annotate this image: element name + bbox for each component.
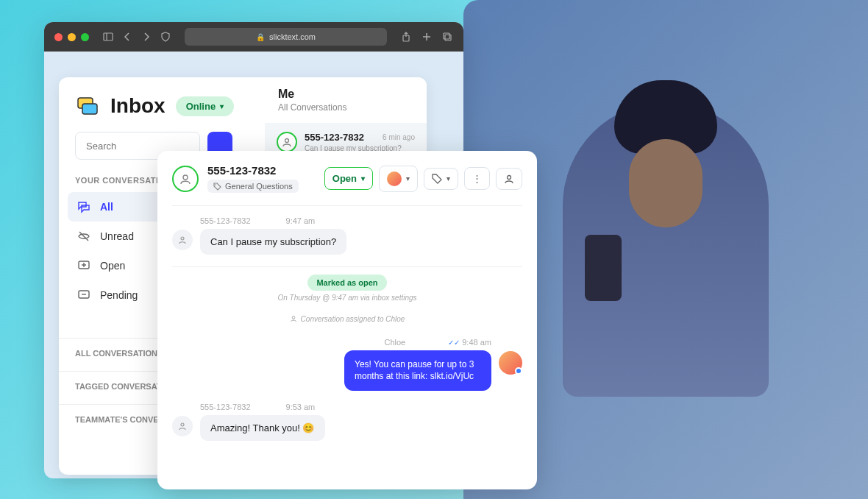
svg-rect-4 <box>445 35 451 40</box>
tag-icon <box>432 174 442 184</box>
traffic-lights <box>54 33 89 41</box>
more-vertical-icon: ⋮ <box>472 173 482 184</box>
forward-icon[interactable] <box>140 31 152 43</box>
tabs-icon[interactable] <box>441 31 453 43</box>
outgoing-message: Chloe ✓✓ 9:48 am Yes! You can pause for … <box>172 338 522 392</box>
new-tab-icon[interactable] <box>421 31 433 43</box>
inbox-logo-icon <box>75 93 100 118</box>
status-dot-icon <box>515 367 522 375</box>
status-event: Marked as open <box>172 275 522 291</box>
msg-time: 9:47 am <box>286 216 316 225</box>
svg-point-15 <box>181 423 184 426</box>
open-label: Open <box>332 173 357 184</box>
more-button[interactable]: ⋮ <box>464 167 490 190</box>
person-illustration <box>563 102 769 397</box>
status-chip[interactable]: Online ▾ <box>176 96 234 116</box>
chevron-down-icon: ▾ <box>406 174 410 183</box>
incoming-message: 555-123-7832 9:47 am Can I pause my subs… <box>172 216 522 255</box>
msg-from: 555-123-7832 <box>200 403 251 411</box>
msg-time: 9:48 am <box>462 338 491 347</box>
divider <box>172 266 522 267</box>
svg-point-14 <box>292 316 295 319</box>
chat-number: 555-123-7832 <box>207 164 316 177</box>
url-bar[interactable]: 🔒 slicktext.com <box>185 28 387 46</box>
chat-icon <box>77 199 91 214</box>
check-icon: ✓✓ <box>448 339 460 347</box>
message-minus-icon <box>77 288 91 302</box>
filter-label: All <box>100 201 113 213</box>
close-window-icon[interactable] <box>54 33 63 41</box>
browser-toolbar: 🔒 slicktext.com <box>44 22 463 52</box>
person-icon <box>172 416 193 436</box>
filter-label: Unread <box>100 230 134 242</box>
person-icon <box>172 230 193 250</box>
avatar <box>387 171 402 186</box>
person-icon <box>290 315 297 322</box>
message-plus-icon <box>77 258 91 273</box>
svg-point-7 <box>285 139 289 143</box>
chat-tag[interactable]: General Questions <box>207 180 299 193</box>
inbox-title: Inbox <box>110 94 166 118</box>
lock-icon: 🔒 <box>256 33 265 41</box>
share-icon[interactable] <box>400 31 412 43</box>
url-text: slicktext.com <box>269 32 316 41</box>
svg-point-12 <box>508 175 511 179</box>
maximize-window-icon[interactable] <box>81 33 89 41</box>
chevron-down-icon: ▾ <box>220 102 224 110</box>
event-meta: On Thursday @ 9:47 am via inbox settings <box>172 294 522 302</box>
person-icon <box>277 132 297 152</box>
chat-panel: 555-123-7832 General Questions Open ▾ ▾ … <box>157 151 537 489</box>
conversation-time: 6 min ago <box>383 133 415 141</box>
chevron-down-icon: ▾ <box>361 174 365 183</box>
svg-rect-3 <box>444 33 449 39</box>
assigned-text: Conversation assigned to Chloe <box>301 315 405 323</box>
filter-label: Pending <box>100 289 138 301</box>
tag-icon <box>213 183 221 191</box>
tag-label: General Questions <box>225 182 293 191</box>
svg-rect-6 <box>82 104 97 114</box>
avatar <box>499 351 522 375</box>
message-bubble: Can I pause my subscription? <box>200 229 346 255</box>
minimize-window-icon[interactable] <box>68 33 76 41</box>
svg-rect-0 <box>104 33 113 40</box>
filter-label: Open <box>100 260 125 272</box>
sidebar-icon[interactable] <box>102 31 114 43</box>
eye-off-icon <box>77 229 91 244</box>
profile-button[interactable] <box>496 168 522 190</box>
svg-point-11 <box>215 184 216 185</box>
message-bubble: Amazing! Thank you! 😊 <box>200 415 325 441</box>
msg-time: 9:53 am <box>286 403 316 411</box>
person-icon <box>172 166 199 192</box>
tag-button[interactable]: ▾ <box>424 168 458 190</box>
assignee-button[interactable]: ▾ <box>379 166 418 192</box>
shield-icon[interactable] <box>160 31 171 43</box>
assignment-event: Conversation assigned to Chloe <box>172 315 522 323</box>
msg-from: Chloe <box>384 338 405 347</box>
person-icon <box>504 174 514 184</box>
svg-point-10 <box>183 175 188 180</box>
msg-from: 555-123-7832 <box>200 216 251 225</box>
back-icon[interactable] <box>121 31 133 43</box>
incoming-message: 555-123-7832 9:53 am Amazing! Thank you!… <box>172 403 522 441</box>
status-open-button[interactable]: Open ▾ <box>324 167 373 190</box>
chevron-down-icon: ▾ <box>447 174 450 183</box>
me-title: Me <box>278 88 413 101</box>
message-bubble: Yes! You can pause for up to 3 months at… <box>344 350 491 392</box>
conversation-number: 555-123-7832 <box>305 132 364 143</box>
me-header: Me All Conversations <box>265 77 427 124</box>
me-subtitle: All Conversations <box>278 102 413 113</box>
status-label: Online <box>186 101 216 112</box>
svg-point-13 <box>181 237 184 240</box>
marked-open-pill: Marked as open <box>307 275 386 291</box>
